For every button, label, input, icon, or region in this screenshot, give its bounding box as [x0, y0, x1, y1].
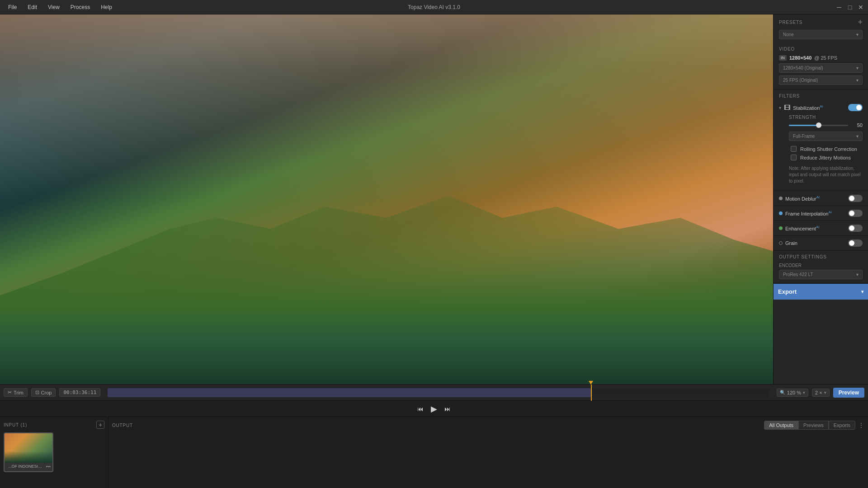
enhancement-left: EnhancementAI [779, 225, 819, 231]
preview-area [0, 14, 773, 384]
filters-label: FILTERS [779, 94, 863, 99]
grain-name: Grain [785, 240, 797, 246]
resolution-chevron-icon: ▾ [856, 66, 859, 70]
export-chevron-icon: ▾ [861, 289, 863, 294]
output-controls: All Outputs Previews Exports ⋮ [764, 421, 864, 430]
video-in-fps: @ 25 FPS [814, 55, 837, 61]
frame-interpolation-left: Frame InterpolationAI [779, 210, 832, 216]
crop-button[interactable]: ⊡ Crop [31, 388, 56, 397]
presets-value: None [783, 32, 794, 37]
stabilization-toggle[interactable] [848, 104, 863, 111]
reduce-jittery-row: Reduce Jittery Motions [791, 153, 863, 162]
right-controls: 🔍 120 % ▾ 2 × ▾ Preview [777, 388, 864, 398]
motion-deblur-name: Motion DeblurAI [785, 195, 820, 202]
preview-button[interactable]: Preview [833, 388, 864, 398]
motion-deblur-icon [779, 197, 783, 200]
stabilization-ai-badge: AI [820, 104, 823, 108]
filters-section: FILTERS ▾ 🎞 StabilizationAI [774, 90, 868, 191]
stabilization-mode-dropdown[interactable]: Full-Frame ▾ [789, 131, 863, 141]
timeline-track[interactable] [108, 388, 769, 397]
enhancement-name: EnhancementAI [785, 225, 819, 231]
add-input-button[interactable]: + [96, 421, 104, 429]
encoder-dropdown[interactable]: ProRes 422 LT ▾ [779, 270, 863, 279]
rolling-shutter-checkbox[interactable] [791, 146, 797, 152]
resolution-out-dropdown[interactable]: 1280×540 (Original) ▾ [779, 63, 863, 73]
right-panel: PRESETS + None ▾ VIDEO IN 1280×540 @ 25 … [773, 14, 868, 384]
frame-interpolation-toggle[interactable] [848, 210, 863, 217]
input-header: INPUT (1) + [4, 421, 104, 429]
speed-chevron-icon: ▾ [824, 390, 826, 395]
center-area: PRESETS + None ▾ VIDEO IN 1280×540 @ 25 … [0, 14, 868, 384]
video-in-row: IN 1280×540 @ 25 FPS [779, 55, 863, 61]
presets-chevron-icon: ▾ [856, 32, 859, 37]
video-preview [0, 14, 773, 384]
presets-dropdown[interactable]: None ▾ [779, 30, 863, 39]
strength-value: 50 [852, 122, 863, 128]
strength-slider-thumb[interactable] [816, 122, 821, 128]
io-section: INPUT (1) + ...OF INDONESIA.mp4 ••• OUTP… [0, 417, 868, 488]
play-button[interactable]: ▶ [431, 404, 437, 414]
fps-out-dropdown[interactable]: 25 FPS (Original) ▾ [779, 75, 863, 85]
strength-slider-track[interactable] [789, 125, 848, 126]
output-label: OUTPUT [112, 423, 133, 428]
crop-label: Crop [41, 390, 52, 395]
skip-to-start-button[interactable]: ⏮ [417, 405, 424, 413]
export-container: Export ▾ [774, 283, 868, 300]
tab-previews[interactable]: Previews [798, 421, 829, 430]
add-preset-button[interactable]: + [858, 18, 863, 26]
playback-speed-control[interactable]: 2 × ▾ [812, 389, 830, 397]
stabilization-mode-value: Full-Frame [793, 134, 815, 139]
menu-edit[interactable]: Edit [23, 2, 42, 12]
skip-frame-button[interactable]: ⏭ [444, 405, 451, 413]
input-video-item[interactable]: ...OF INDONESIA.mp4 ••• [4, 432, 53, 472]
playhead-triangle-icon [589, 381, 593, 385]
tab-exports[interactable]: Exports [829, 421, 855, 430]
output-header: OUTPUT All Outputs Previews Exports ⋮ [112, 421, 864, 430]
window-controls: ─ □ ✕ [835, 4, 864, 11]
zoom-chevron-icon: ▾ [803, 390, 805, 395]
encoder-chevron-icon: ▾ [856, 272, 859, 277]
grain-icon [779, 241, 783, 245]
zoom-icon: 🔍 [780, 390, 785, 395]
app-title: Topaz Video AI v3.1.0 [408, 4, 460, 10]
crop-icon: ⊡ [35, 389, 39, 395]
bottom-area: ✂ Trim ⊡ Crop 00:03:36:11 🔍 120 % [0, 384, 868, 488]
in-badge: IN [779, 55, 787, 61]
menu-process[interactable]: Process [66, 2, 94, 12]
output-section: OUTPUT All Outputs Previews Exports ⋮ [108, 417, 868, 488]
reduce-jittery-checkbox[interactable] [791, 155, 797, 160]
rolling-shutter-row: Rolling Shutter Correction [791, 145, 863, 153]
thumb-footer: ...OF INDONESIA.mp4 ••• [5, 463, 52, 471]
trim-icon: ✂ [8, 389, 12, 395]
output-options-button[interactable]: ⋮ [858, 422, 864, 429]
zoom-control[interactable]: 🔍 120 % ▾ [777, 389, 808, 397]
export-button[interactable]: Export ▾ [774, 284, 868, 300]
maximize-button[interactable]: □ [846, 4, 854, 11]
menu-help[interactable]: Help [96, 2, 117, 12]
playhead[interactable] [591, 385, 592, 401]
titlebar: File Edit View Process Help Topaz Video … [0, 0, 868, 14]
tab-all-outputs[interactable]: All Outputs [764, 421, 798, 430]
frame-interpolation-ai-badge: AI [828, 210, 832, 214]
menu-file[interactable]: File [4, 2, 21, 12]
grain-left: Grain [779, 240, 797, 246]
minimize-button[interactable]: ─ [835, 4, 843, 11]
video-section: VIDEO IN 1280×540 @ 25 FPS 1280×540 (Ori… [774, 43, 868, 90]
close-button[interactable]: ✕ [857, 4, 864, 11]
frame-interpolation-icon [779, 211, 783, 215]
frame-interpolation-name: Frame InterpolationAI [785, 210, 832, 216]
enhancement-toggle[interactable] [848, 225, 863, 232]
grain-toggle[interactable] [848, 239, 863, 247]
motion-deblur-left: Motion DeblurAI [779, 195, 820, 202]
trim-button[interactable]: ✂ Trim [4, 388, 28, 397]
stabilization-left: ▾ 🎞 StabilizationAI [779, 104, 823, 111]
video-menu-button[interactable]: ••• [46, 464, 51, 469]
frame-interpolation-filter: Frame InterpolationAI [774, 206, 868, 221]
presets-header: PRESETS + [779, 18, 863, 26]
trim-label: Trim [14, 390, 24, 395]
strength-label: STRENGTH [789, 115, 863, 120]
motion-deblur-toggle[interactable] [848, 195, 863, 202]
fps-chevron-icon: ▾ [856, 78, 859, 83]
menu-view[interactable]: View [43, 2, 64, 12]
stabilization-chevron-icon[interactable]: ▾ [779, 105, 781, 110]
